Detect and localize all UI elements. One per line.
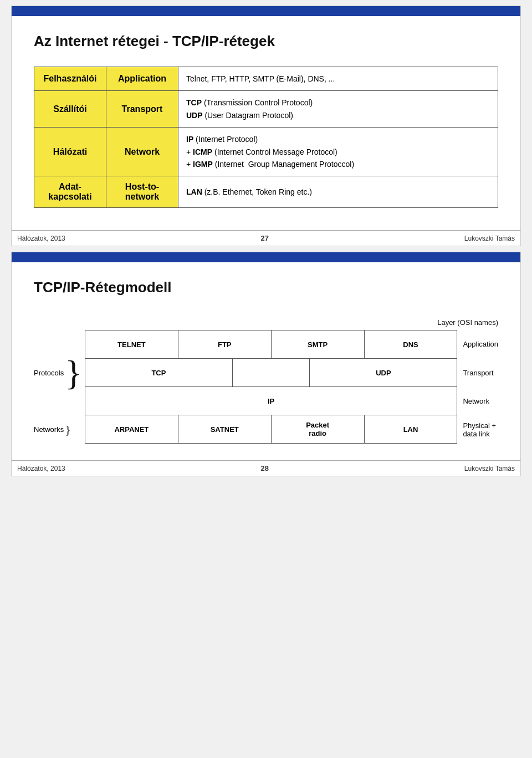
protocols-brace-symbol: } — [65, 359, 82, 387]
slide-2-footer: Hálózatok, 2013 28 Lukovszki Tamás — [12, 460, 520, 476]
slide-2: TCP/IP-Rétegmodell Layer (OSI names) Pro… — [11, 252, 521, 476]
tcpip-diagram: Layer (OSI names) Protocols } Networks } — [34, 318, 498, 444]
slide-2-content: TCP/IP-Rétegmodell Layer (OSI names) Pro… — [12, 262, 520, 460]
slide-1: Az Internet rétegei - TCP/IP-rétegek Fel… — [11, 6, 521, 246]
legend-row: Layer (OSI names) — [34, 318, 498, 327]
left-side: Protocols } Networks } — [34, 330, 82, 444]
grid-row-network: IP — [85, 387, 457, 415]
grid-row-application: TELNET FTP SMTP DNS — [85, 330, 457, 359]
hungarian-label-4: Adat-kapcsolati — [34, 176, 106, 208]
protocols-2: TCP (Transmission Control Protocol) UDP … — [178, 91, 498, 128]
cell-tcp: TCP — [85, 359, 233, 386]
english-label-1: Application — [106, 67, 178, 91]
footer-left-2: Hálózatok, 2013 — [17, 465, 65, 472]
layer-legend-label: Layer (OSI names) — [437, 318, 498, 327]
hungarian-label-2: Szállítói — [34, 91, 106, 128]
cell-arpanet: ARPANET — [85, 415, 178, 443]
cell-empty-transport — [233, 359, 310, 386]
grid-row-physical: ARPANET SATNET Packetradio LAN — [85, 415, 457, 443]
slide-1-title: Az Internet rétegei - TCP/IP-rétegek — [34, 33, 498, 50]
slide-1-content: Az Internet rétegei - TCP/IP-rétegek Fel… — [12, 16, 520, 230]
table-row: Hálózati Network IP (Internet Protocol) … — [34, 128, 498, 176]
footer-left-1: Hálózatok, 2013 — [17, 235, 65, 242]
slide-1-header-bar — [12, 6, 520, 16]
english-label-2: Transport — [106, 91, 178, 128]
slide-2-title: TCP/IP-Rétegmodell — [34, 279, 498, 296]
protocols-1: Telnet, FTP, HTTP, SMTP (E-Mail), DNS, .… — [178, 67, 498, 91]
english-label-3: Network — [106, 128, 178, 176]
table-row: Szállítói Transport TCP (Transmission Co… — [34, 91, 498, 128]
right-label-application: Application — [463, 330, 498, 358]
footer-center-1: 27 — [261, 234, 269, 242]
footer-right-1: Lukovszki Tamás — [464, 235, 515, 242]
right-label-transport: Transport — [463, 359, 498, 386]
networks-brace: Networks } — [34, 415, 82, 444]
table-row: Felhasználói Application Telnet, FTP, HT… — [34, 67, 498, 91]
slide-2-header-bar — [12, 252, 520, 262]
diagram-body: Protocols } Networks } TELNET FTP — [34, 330, 498, 444]
english-label-4: Host-to-network — [106, 176, 178, 208]
cell-smtp: SMTP — [272, 330, 365, 358]
right-label-network: Network — [463, 387, 498, 415]
footer-center-2: 28 — [261, 464, 269, 472]
cell-udp: UDP — [310, 359, 457, 386]
protocols-4: LAN (z.B. Ethernet, Token Ring etc.) — [178, 176, 498, 208]
networks-label: Networks — [34, 425, 64, 434]
protocols-label: Protocols — [34, 369, 64, 377]
grid-area: TELNET FTP SMTP DNS TCP UDP IP — [85, 330, 457, 444]
cell-telnet: TELNET — [85, 330, 178, 358]
right-label-physical: Physical +data link — [463, 416, 498, 444]
cell-ip: IP — [85, 387, 457, 415]
layer-table: Felhasználói Application Telnet, FTP, HT… — [34, 67, 498, 208]
protocols-brace: Protocols } — [34, 330, 82, 415]
right-labels: Application Transport Network Physical +… — [463, 330, 498, 444]
hungarian-label-1: Felhasználói — [34, 67, 106, 91]
cell-dns: DNS — [365, 330, 457, 358]
slide-1-footer: Hálózatok, 2013 27 Lukovszki Tamás — [12, 230, 520, 246]
grid-row-transport: TCP UDP — [85, 359, 457, 387]
cell-satnet: SATNET — [178, 415, 272, 443]
networks-brace-symbol: } — [65, 425, 71, 435]
cell-packet-radio: Packetradio — [272, 415, 365, 443]
cell-ftp: FTP — [178, 330, 272, 358]
hungarian-label-3: Hálózati — [34, 128, 106, 176]
table-row: Adat-kapcsolati Host-to-network LAN (z.B… — [34, 176, 498, 208]
protocols-3: IP (Internet Protocol) + ICMP (Internet … — [178, 128, 498, 176]
footer-right-2: Lukovszki Tamás — [464, 465, 515, 472]
cell-lan: LAN — [365, 415, 457, 443]
